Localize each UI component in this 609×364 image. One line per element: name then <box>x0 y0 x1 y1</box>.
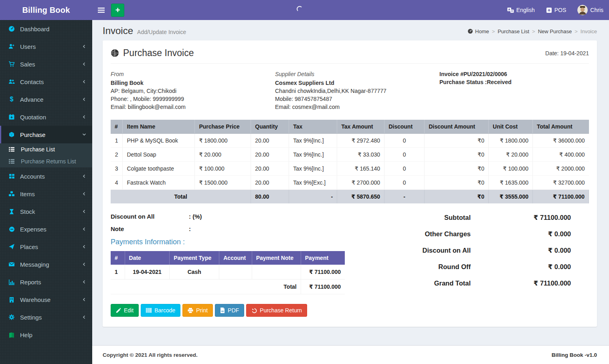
table-row: 4 Fastrack Watch ₹ 1500.000 20.00 Tax 9%… <box>111 176 589 190</box>
from-label: From <box>111 70 275 78</box>
sidebar-menu: Dashboard Users Sales Contacts $ Advance <box>0 20 92 344</box>
invoice-number: Invoice #PU/2021/02/0006 <box>439 70 512 78</box>
col-header: Discount Amount <box>425 120 489 134</box>
sidebar-item-label: Warehouse <box>20 296 82 303</box>
plus-icon: + <box>115 6 120 15</box>
file-pdf-icon <box>220 308 225 313</box>
sidebar-subitem-purchase-list[interactable]: Purchase List <box>0 143 92 155</box>
envelope-icon <box>7 261 16 267</box>
pos-button[interactable]: POS <box>540 0 572 20</box>
note-row: Note : <box>111 225 351 232</box>
col-header: Total Amount <box>532 120 589 134</box>
app-window: Billing Book Dashboard Users Sales Conta… <box>0 0 609 364</box>
sidebar-item-places[interactable]: Places <box>0 238 92 255</box>
hamburger-icon <box>98 8 105 13</box>
edit-button[interactable]: Edit <box>111 304 139 317</box>
pdf-button[interactable]: PDF <box>215 304 244 317</box>
sidebar-item-stock[interactable]: Stock <box>0 203 92 220</box>
invoice-card: Purchase Invoice Date: 19-04-2021 From B… <box>103 40 597 327</box>
user-menu[interactable]: Chris <box>572 0 609 20</box>
language-menu[interactable]: English <box>502 0 540 20</box>
from-address: AP: Belgaum, City:Chikodi <box>111 87 275 95</box>
col-header: Item Name <box>123 120 195 134</box>
avatar <box>577 5 588 15</box>
sidebar-item-label: Stock <box>20 208 82 215</box>
sidebar-item-dashboard[interactable]: Dashboard <box>0 20 92 38</box>
chevron-left-icon <box>82 97 86 101</box>
breadcrumb-purchase-list[interactable]: Purchase List <box>498 28 529 34</box>
payments-heading: Payments Information : <box>111 238 351 246</box>
supplier-address: Chandni chowkIndia,Delhi,KK Nagar-877777 <box>275 87 439 95</box>
sidebar-item-quotation[interactable]: Quotation <box>0 108 92 126</box>
sidebar-item-reports[interactable]: Reports <box>0 273 92 291</box>
summary-panel: Subtotal ₹ 71100.000 Other Charges ₹ 0.0… <box>351 213 589 317</box>
lower-section: Discount on All : (%) Note : Payments In… <box>111 213 589 317</box>
sidebar-item-messaging[interactable]: Messaging <box>0 255 92 273</box>
barcode-button[interactable]: Barcode <box>141 304 180 317</box>
purchase-status: Purchase Status :Received <box>439 78 512 86</box>
col-header: Payment <box>301 251 345 265</box>
language-label: English <box>516 7 535 13</box>
lower-left-column: Discount on All : (%) Note : Payments In… <box>111 213 351 317</box>
sidebar-item-contacts[interactable]: Contacts <box>0 73 92 90</box>
purchase-return-button[interactable]: Purchase Return <box>246 304 307 317</box>
breadcrumb-current: Invoice <box>581 28 597 34</box>
sidebar-item-users[interactable]: Users <box>0 38 92 55</box>
breadcrumb-home[interactable]: Home <box>467 28 489 34</box>
language-icon <box>507 7 514 13</box>
sidebar-item-help[interactable]: Help <box>0 326 92 344</box>
supplier-name: Cosmex Suppliers Ltd <box>275 79 439 87</box>
sidebar-item-sales[interactable]: Sales <box>0 55 92 73</box>
action-buttons: Edit Barcode Print PDF <box>111 304 351 317</box>
chevron-left-icon <box>82 80 86 84</box>
col-header: # <box>111 251 125 265</box>
gears-icon <box>7 314 16 320</box>
sidebar-subitem-purchase-returns-list[interactable]: Purchase Returns List <box>0 155 92 167</box>
app-logo[interactable]: Billing Book <box>0 0 92 20</box>
chevron-left-icon <box>82 245 86 249</box>
from-name: Billing Book <box>111 79 275 87</box>
breadcrumb-new-purchase[interactable]: New Purchase <box>538 28 572 34</box>
summary-row-discount-on-all: Discount on All ₹ 0.000 <box>351 247 571 254</box>
user-plus-icon <box>7 43 16 50</box>
supplier-label: Supplier Details <box>275 70 439 78</box>
cube-icon <box>7 131 16 138</box>
sidebar-item-accounts[interactable]: Accounts <box>0 167 92 185</box>
chevron-left-icon <box>82 209 86 213</box>
calendar-plus-icon <box>7 114 16 120</box>
pos-label: POS <box>554 7 567 13</box>
col-header: Tax <box>289 120 337 134</box>
address-row: From Billing Book AP: Belgaum, City:Chik… <box>111 70 589 111</box>
barcode-icon <box>146 308 152 313</box>
page-title: Invoice <box>103 25 133 36</box>
printer-icon <box>188 308 193 313</box>
summary-row-grand-total: Grand Total ₹ 71100.000 <box>351 280 571 287</box>
cubes-icon <box>7 191 16 197</box>
discount-on-all-row: Discount on All : (%) <box>111 213 351 220</box>
sidebar-item-advance[interactable]: $ Advance <box>0 90 92 108</box>
from-block: From Billing Book AP: Belgaum, City:Chik… <box>111 70 275 111</box>
minus-circle-icon <box>7 226 16 232</box>
undo-icon <box>251 308 257 313</box>
table-row: 3 Colgate toothpaste ₹ 100.000 20.00 Tax… <box>111 162 589 176</box>
version-label: Billing Book -v1.0 <box>552 352 597 358</box>
copyright-text: Copyright © 2021 All rights reserved. <box>103 352 198 358</box>
chevron-left-icon <box>82 227 86 231</box>
payments-table: # Date Payment Type Account Payment Note… <box>111 251 345 294</box>
main-content: Invoice Add/Update Invoice Home > Purcha… <box>92 20 609 345</box>
sidebar-item-items[interactable]: Items <box>0 185 92 203</box>
sidebar-toggle-button[interactable] <box>92 0 110 20</box>
sidebar-item-label: Reports <box>20 279 82 286</box>
print-button[interactable]: Print <box>182 304 213 317</box>
sidebar-item-settings[interactable]: Settings <box>0 308 92 326</box>
user-name: Chris <box>590 7 603 13</box>
col-header: Payment Type <box>170 251 219 265</box>
quick-add-button[interactable]: + <box>111 4 124 17</box>
sidebar-item-warehouse[interactable]: Warehouse <box>0 291 92 308</box>
payment-row: 1 19-04-2021 Cash ₹ 71100.000 <box>111 265 345 280</box>
supplier-block: Supplier Details Cosmex Suppliers Ltd Ch… <box>275 70 439 111</box>
invoice-meta-block: Invoice #PU/2021/02/0006 Purchase Status… <box>439 70 512 111</box>
sidebar-item-label: Sales <box>20 61 82 68</box>
sidebar-item-purchase[interactable]: Purchase <box>0 126 92 143</box>
sidebar-item-expenses[interactable]: Expenses <box>0 220 92 238</box>
